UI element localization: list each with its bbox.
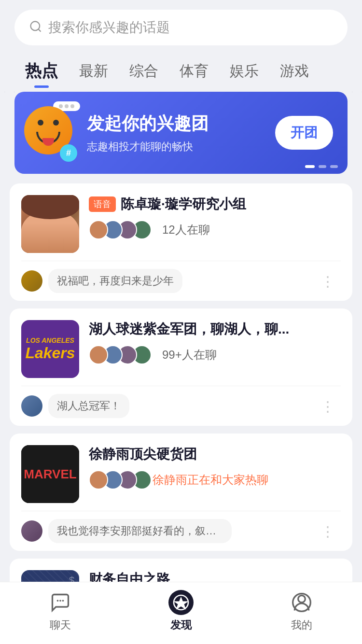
group-title-marvel: 徐静雨顶尖硬货团 bbox=[89, 445, 197, 463]
group-members-marvel: 徐静雨正在和大家热聊 bbox=[89, 470, 341, 490]
chat-nav-label: 聊天 bbox=[50, 618, 71, 632]
banner-open-button[interactable]: 开团 bbox=[275, 116, 333, 150]
nav-item-discover[interactable]: 发现 bbox=[157, 590, 205, 632]
tab-sports[interactable]: 体育 bbox=[169, 56, 219, 86]
more-options-icon[interactable]: ⋮ bbox=[316, 273, 341, 290]
member-avatar bbox=[89, 220, 108, 239]
member-count-lakers: 99+人在聊 bbox=[162, 347, 217, 363]
banner-text: 发起你的兴趣团 志趣相投才能聊的畅快 bbox=[87, 112, 265, 154]
group-avatar-lakers: LOS ANGELES Lakers bbox=[21, 320, 79, 378]
message-sender-avatar bbox=[21, 270, 42, 292]
group-title-chen: 陈卓璇·璇学研究小组 bbox=[121, 195, 246, 213]
group-avatar-marvel: MARVEL bbox=[21, 445, 79, 503]
message-sender-avatar bbox=[21, 395, 42, 417]
group-info-chen: 语音 陈卓璇·璇学研究小组 12人在聊 bbox=[89, 195, 341, 239]
search-bar[interactable]: 搜索你感兴趣的话题 bbox=[14, 10, 348, 45]
mine-nav-label: 我的 bbox=[291, 618, 312, 632]
discover-nav-icon bbox=[168, 590, 194, 615]
last-message-lakers: 湖人总冠军！ bbox=[21, 394, 316, 418]
svg-point-1 bbox=[57, 600, 59, 602]
tab-general[interactable]: 综合 bbox=[119, 56, 169, 86]
banner-pagination-dots bbox=[305, 165, 338, 168]
svg-point-0 bbox=[31, 22, 40, 31]
discover-nav-label: 发现 bbox=[170, 618, 192, 632]
banner[interactable]: # 发起你的兴趣团 志趣相投才能聊的畅快 开团 bbox=[14, 92, 348, 174]
tab-latest[interactable]: 最新 bbox=[69, 56, 119, 86]
search-icon bbox=[29, 20, 42, 35]
marvel-logo: MARVEL bbox=[21, 445, 79, 503]
message-text: 湖人总冠军！ bbox=[48, 394, 129, 418]
voice-badge: 语音 bbox=[89, 196, 116, 212]
member-avatar bbox=[89, 470, 108, 490]
svg-point-3 bbox=[62, 600, 64, 602]
more-options-icon[interactable]: ⋮ bbox=[316, 398, 341, 415]
card-footer-lakers: 湖人总冠军！ ⋮ bbox=[21, 386, 341, 426]
banner-title: 发起你的兴趣团 bbox=[87, 112, 265, 136]
svg-marker-5 bbox=[175, 598, 187, 608]
message-text: 祝福吧，再度归来是少年 bbox=[48, 269, 182, 293]
chat-nav-icon bbox=[48, 590, 73, 615]
svg-point-2 bbox=[59, 600, 61, 602]
group-card-chen[interactable]: 语音 陈卓璇·璇学研究小组 12人在聊 祝福吧，再度归来是少年 bbox=[10, 183, 352, 301]
tab-entertainment[interactable]: 娱乐 bbox=[219, 56, 269, 86]
card-footer-chen: 祝福吧，再度归来是少年 ⋮ bbox=[21, 261, 341, 301]
group-title-lakers: 湖人球迷紫金军团，聊湖人，聊... bbox=[89, 320, 289, 338]
svg-point-6 bbox=[298, 595, 306, 602]
banner-subtitle: 志趣相投才能聊的畅快 bbox=[87, 140, 265, 154]
search-placeholder: 搜索你感兴趣的话题 bbox=[48, 18, 170, 37]
banner-emoji-graphic: # bbox=[24, 106, 77, 159]
live-badge: 徐静雨正在和大家热聊 bbox=[153, 472, 268, 488]
tab-games[interactable]: 游戏 bbox=[269, 56, 320, 86]
more-options-icon[interactable]: ⋮ bbox=[316, 523, 341, 540]
member-avatar bbox=[89, 345, 108, 364]
member-count-chen: 12人在聊 bbox=[162, 222, 210, 238]
card-footer-marvel: 我也觉得李安那部挺好看的，叙事调理... ⋮ bbox=[21, 511, 341, 551]
hashtag-badge: # bbox=[60, 144, 77, 162]
tabs-nav: 热点 最新 综合 体育 娱乐 游戏 bbox=[0, 50, 362, 92]
mine-nav-icon bbox=[289, 590, 314, 615]
nav-item-mine[interactable]: 我的 bbox=[278, 590, 326, 632]
message-sender-avatar bbox=[21, 520, 42, 542]
bottom-navigation: 聊天 发现 我的 bbox=[0, 582, 362, 644]
group-info-lakers: 湖人球迷紫金军团，聊湖人，聊... 99+人在聊 bbox=[89, 320, 341, 364]
group-card-marvel[interactable]: MARVEL 徐静雨顶尖硬货团 徐静雨正在和大家热聊 bbox=[10, 434, 352, 551]
last-message-marvel: 我也觉得李安那部挺好看的，叙事调理... bbox=[21, 519, 316, 543]
nav-item-chat[interactable]: 聊天 bbox=[36, 590, 84, 632]
group-members-lakers: 99+人在聊 bbox=[89, 345, 341, 364]
tab-hot[interactable]: 热点 bbox=[14, 55, 69, 87]
group-avatar-chen bbox=[21, 195, 79, 253]
group-info-marvel: 徐静雨顶尖硬货团 徐静雨正在和大家热聊 bbox=[89, 445, 341, 490]
search-container: 搜索你感兴趣的话题 bbox=[0, 0, 362, 50]
last-message-chen: 祝福吧，再度归来是少年 bbox=[21, 269, 316, 293]
group-card-lakers[interactable]: LOS ANGELES Lakers 湖人球迷紫金军团，聊湖人，聊... 99+… bbox=[10, 308, 352, 426]
group-members-chen: 12人在聊 bbox=[89, 220, 341, 239]
message-text: 我也觉得李安那部挺好看的，叙事调理... bbox=[48, 519, 232, 543]
